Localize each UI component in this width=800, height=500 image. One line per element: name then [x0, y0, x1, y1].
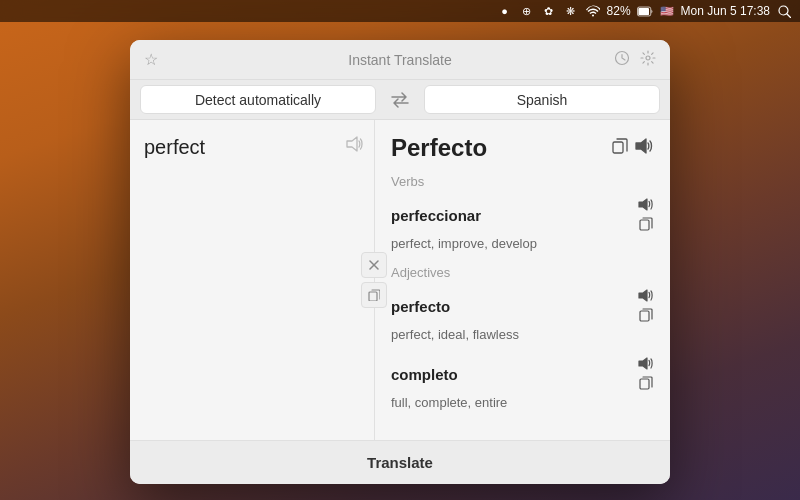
menubar-items: ● ⊕ ✿ ❋ 82% 🇺🇸 Mon Jun 5 17:38: [497, 3, 792, 19]
menubar: ● ⊕ ✿ ❋ 82% 🇺🇸 Mon Jun 5 17:38: [0, 0, 800, 22]
right-panel: Perfecto: [375, 120, 670, 440]
speak-translation-button[interactable]: [634, 137, 654, 160]
source-lang-button[interactable]: Detect automatically: [140, 85, 376, 114]
word-speak-button[interactable]: [638, 197, 654, 215]
flag-icon: 🇺🇸: [659, 3, 675, 19]
word-synonyms: perfect, improve, develop: [391, 236, 654, 251]
verbs-label: Verbs: [391, 174, 654, 189]
svg-marker-16: [639, 358, 647, 369]
svg-marker-14: [639, 290, 647, 301]
word-name: perfecto: [391, 298, 450, 315]
svg-rect-15: [640, 311, 649, 321]
source-speaker-button[interactable]: [344, 134, 364, 159]
target-lang-button[interactable]: Spanish: [424, 85, 660, 114]
copy-source-button[interactable]: [361, 282, 387, 308]
wifi-icon: [585, 3, 601, 19]
battery-text: 82%: [607, 4, 631, 18]
word-speak-button[interactable]: [638, 356, 654, 374]
adjectives-label: Adjectives: [391, 265, 654, 280]
translation-main: Perfecto: [391, 134, 654, 162]
menubar-icon-1: ●: [497, 3, 513, 19]
word-icons: [638, 288, 654, 325]
left-panel: perfect: [130, 120, 375, 440]
settings-button[interactable]: [640, 50, 656, 70]
svg-marker-12: [639, 199, 647, 210]
verbs-section: Verbs perfeccionar: [391, 174, 654, 251]
word-icons: [638, 356, 654, 393]
svg-rect-1: [638, 7, 649, 14]
word-copy-button[interactable]: [639, 376, 653, 393]
lang-bar: Detect automatically Spanish: [130, 80, 670, 120]
svg-point-5: [646, 56, 650, 60]
word-row: completo: [391, 356, 654, 393]
word-synonyms: perfect, ideal, flawless: [391, 327, 654, 342]
star-icon[interactable]: ☆: [144, 50, 158, 69]
app-title: Instant Translate: [348, 52, 452, 68]
word-name: perfeccionar: [391, 207, 481, 224]
copy-translation-button[interactable]: [612, 138, 628, 158]
menubar-time: Mon Jun 5 17:38: [681, 4, 770, 18]
word-name: completo: [391, 366, 458, 383]
history-button[interactable]: [614, 50, 630, 70]
svg-line-3: [787, 14, 791, 18]
menubar-icon-2: ⊕: [519, 3, 535, 19]
titlebar-left: ☆: [144, 50, 158, 69]
svg-rect-13: [640, 220, 649, 230]
word-icons: [638, 197, 654, 234]
svg-rect-9: [369, 292, 377, 301]
battery-icon: [637, 3, 653, 19]
word-speak-button[interactable]: [638, 288, 654, 306]
source-text: perfect: [144, 136, 205, 424]
close-button[interactable]: [361, 252, 387, 278]
adjectives-section: Adjectives perfecto: [391, 265, 654, 410]
main-content: perfect: [130, 120, 670, 440]
bottom-bar: Translate: [130, 440, 670, 484]
svg-marker-6: [347, 137, 357, 151]
svg-rect-17: [640, 379, 649, 389]
word-synonyms: full, complete, entire: [391, 395, 654, 410]
svg-marker-11: [636, 139, 646, 153]
swap-button[interactable]: [382, 80, 418, 119]
word-copy-button[interactable]: [639, 217, 653, 234]
main-translation: Perfecto: [391, 134, 487, 162]
list-item: completo: [391, 356, 654, 410]
left-actions: [344, 134, 364, 159]
popup-window: ☆ Instant Translate Detect automatically: [130, 40, 670, 484]
list-item: perfeccionar: [391, 197, 654, 251]
titlebar-right: [614, 50, 656, 70]
word-row: perfecto: [391, 288, 654, 325]
search-icon[interactable]: [776, 3, 792, 19]
translate-button[interactable]: Translate: [367, 454, 433, 471]
svg-rect-10: [613, 142, 623, 153]
menubar-icon-3: ✿: [541, 3, 557, 19]
list-item: perfecto: [391, 288, 654, 342]
titlebar: ☆ Instant Translate: [130, 40, 670, 80]
translation-icons: [612, 137, 654, 160]
word-copy-button[interactable]: [639, 308, 653, 325]
word-row: perfeccionar: [391, 197, 654, 234]
menubar-icon-4: ❋: [563, 3, 579, 19]
